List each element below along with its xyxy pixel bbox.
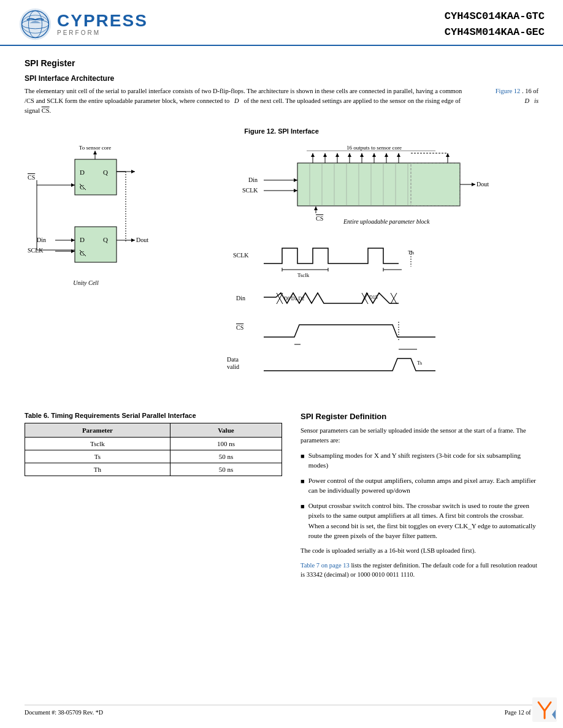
table-row-value: 100 ns [170,438,282,450]
bullet-item-2: ■ Power control of the output amplifiers… [301,476,538,496]
svg-marker-77 [472,183,475,186]
svg-text:CS: CS [28,174,35,181]
svg-marker-14 [71,183,75,187]
timing-table: Parameter Value Tsclk100 nsTs50 nsTh50 n… [25,423,282,476]
main-content: SPI Register SPI Interface Architecture … [0,46,563,597]
svg-text:Ts: Ts [417,360,423,366]
svg-marker-72 [294,178,297,182]
bullet-icon-1: ■ [301,451,305,471]
svg-text:Tsclk: Tsclk [297,272,310,278]
footer-doc-number: Document #: 38-05709 Rev. *D [25,709,103,716]
table-row-value: 50 ns [170,450,282,463]
svg-marker-55 [397,153,400,157]
svg-rect-21 [75,227,117,262]
svg-text:D0 D1 D2: D0 D1 D2 [284,296,304,301]
logo-text-area: CYPRESS PERFORM [57,12,148,36]
svg-marker-33 [131,238,135,242]
spi-interface-diagram: 16 outputs to sensor core [202,141,538,400]
table-7-link[interactable]: Table 7 on page 13 [301,562,350,569]
bullet-item-1: ■ Subsampling modes for X and Y shift re… [301,450,538,471]
table-row-value: 50 ns [170,463,282,476]
svg-marker-81 [314,207,318,210]
figure-title: Figure 12. SPI Interface [25,127,538,135]
ref-text-2: . 16 of [522,88,538,94]
svg-marker-50 [335,153,339,157]
svg-text:CS: CS [236,324,243,331]
figure-content: To sensor core D Q C CS [25,141,538,400]
unity-cell-svg: To sensor core D Q C CS [25,141,190,306]
table-row: Tsclk100 ns [25,438,282,450]
section1-title: SPI Interface Architecture [25,74,538,83]
svg-text:Data: Data [227,356,239,363]
svg-text:Q: Q [103,169,108,176]
part-number-2: CYH4SM014KAA-GEC [445,25,545,40]
svg-text:Dout: Dout [477,181,489,188]
svg-marker-49 [323,153,327,157]
svg-text:Din: Din [248,176,258,183]
figure-12-link[interactable]: Figure 12 [496,88,521,94]
body-text-p1: The elementary unit cell of the serial t… [25,88,462,114]
body-text-row: The elementary unit cell of the serial t… [25,86,538,115]
svg-point-0 [20,9,51,40]
table-row: Th50 ns [25,463,282,476]
logo-perform-text: PERFORM [57,29,101,36]
svg-marker-7 [93,151,97,154]
logo-cypress-text: CYPRESS [57,12,148,29]
svg-text:Din: Din [37,237,46,243]
table-row-param: Th [25,463,170,476]
svg-text:SCLK: SCLK [242,187,258,194]
svg-text:To sensor core: To sensor core [79,145,111,151]
bullet-text-2: Power control of the output amplifiers, … [308,476,538,496]
part-numbers: CYH4SC014KAA-GTC CYH4SM014KAA-GEC [445,9,545,40]
svg-marker-51 [348,153,351,157]
svg-marker-54 [385,153,388,157]
svg-marker-28 [71,238,75,242]
svg-text:Q: Q [103,236,108,243]
footer-cypress-logo [532,697,557,722]
upload-note: The code is uploaded serially as a 16-bi… [301,546,538,556]
two-col-section: Table 6. Timing Requirements Serial Para… [25,412,538,585]
svg-text:CS: CS [316,215,323,222]
table-title: Table 6. Timing Requirements Serial Para… [25,412,282,419]
spi-diagram-svg: 16 outputs to sensor core [202,141,534,398]
svg-text:D: D [80,236,85,243]
svg-text:valid: valid [227,363,239,370]
table-section: Table 6. Timing Requirements Serial Para… [25,412,282,585]
bullet-item-3: ■ Output crossbar switch control bits. T… [301,501,538,541]
bullet-text-3: Output crossbar switch control bits. The… [308,501,538,541]
table-header-param: Parameter [25,423,170,438]
bullet-icon-2: ■ [301,476,305,496]
svg-text:C: C [80,183,84,191]
svg-text:Entire  uploadable  parameter : Entire uploadable parameter block [343,218,430,225]
svg-text:D15: D15 [369,295,378,300]
part-number-1: CYH4SC014KAA-GTC [445,9,545,25]
bullet-icon-3: ■ [301,501,305,541]
page-header: CYPRESS PERFORM CYH4SC014KAA-GTC CYH4SM0… [0,0,563,46]
svg-text:Dout: Dout [136,237,148,243]
svg-marker-75 [294,189,297,192]
body-text-main: The elementary unit cell of the serial t… [25,86,471,115]
svg-marker-18 [131,170,135,173]
unity-cell-diagram: To sensor core D Q C CS [25,141,190,308]
figure-12-container: Figure 12. SPI Interface To sensor core … [25,127,538,400]
logo-area: CYPRESS PERFORM [18,7,148,41]
spi-register-def-section: SPI Register Definition Sensor parameter… [301,412,538,585]
svg-text:Din: Din [236,295,245,301]
bullet-text-1: Subsampling modes for X and Y shift regi… [308,450,538,471]
spi-reg-def-title: SPI Register Definition [301,412,538,421]
table-row-param: Tsclk [25,438,170,450]
svg-text:Unity Cell: Unity Cell [73,279,99,286]
body-figure-ref: Figure 12 . 16 of D is [477,86,538,115]
svg-marker-58 [446,153,450,157]
table-ref-para: Table 7 on page 13 lists the register de… [301,561,538,580]
spi-reg-def-intro: Sensor parameters can be serially upload… [301,426,538,446]
ref-text-3: D is [525,97,538,104]
page-title: SPI Register [25,58,538,68]
svg-text:C: C [80,249,84,257]
svg-marker-48 [311,153,315,157]
page-footer: Document #: 38-05709 Rev. *D Page 12 of … [25,705,538,716]
svg-marker-52 [360,153,364,157]
svg-text:16 outputs to sensor core: 16 outputs to sensor core [347,145,402,151]
footer-logo-svg [532,697,557,722]
svg-text:SCLK: SCLK [233,252,249,259]
